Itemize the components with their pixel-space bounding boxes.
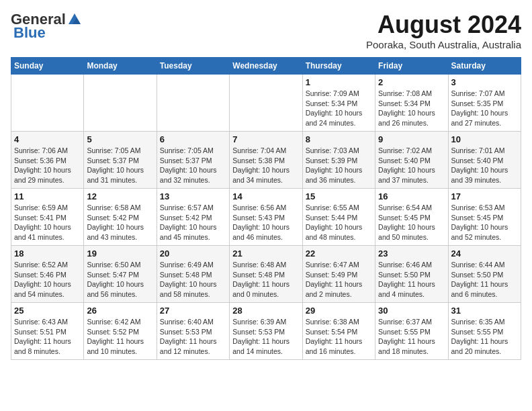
day-info: Sunrise: 6:35 AM Sunset: 5:55 PM Dayligh… (451, 317, 518, 357)
day-info: Sunrise: 6:42 AM Sunset: 5:52 PM Dayligh… (87, 317, 153, 357)
day-info: Sunrise: 7:08 AM Sunset: 5:34 PM Dayligh… (378, 89, 445, 128)
day-info: Sunrise: 6:52 AM Sunset: 5:46 PM Dayligh… (14, 260, 81, 300)
calendar-cell-w1-d6: 2Sunrise: 7:08 AM Sunset: 5:34 PM Daylig… (375, 75, 448, 132)
calendar-cell-w3-d2: 12Sunrise: 6:58 AM Sunset: 5:42 PM Dayli… (84, 189, 157, 246)
calendar-cell-w5-d5: 29Sunrise: 6:38 AM Sunset: 5:54 PM Dayli… (302, 303, 375, 360)
day-number: 17 (451, 191, 518, 201)
logo-blue: Blue (13, 24, 46, 42)
calendar-cell-w1-d3 (157, 75, 229, 132)
calendar-cell-w4-d6: 23Sunrise: 6:46 AM Sunset: 5:50 PM Dayli… (375, 246, 448, 303)
day-number: 29 (306, 306, 372, 316)
title-section: August 2024 Pooraka, South Australia, Au… (366, 11, 521, 50)
header-thursday: Thursday (302, 58, 375, 75)
day-info: Sunrise: 6:37 AM Sunset: 5:55 PM Dayligh… (378, 317, 445, 357)
day-info: Sunrise: 7:04 AM Sunset: 5:38 PM Dayligh… (232, 146, 299, 185)
day-number: 30 (378, 306, 445, 316)
day-info: Sunrise: 6:40 AM Sunset: 5:53 PM Dayligh… (160, 317, 226, 357)
calendar-cell-w2-d3: 6Sunrise: 7:05 AM Sunset: 5:37 PM Daylig… (157, 132, 229, 189)
calendar-cell-w4-d4: 21Sunrise: 6:48 AM Sunset: 5:48 PM Dayli… (230, 246, 302, 303)
day-info: Sunrise: 7:02 AM Sunset: 5:40 PM Dayligh… (378, 146, 445, 185)
day-number: 3 (451, 77, 518, 87)
day-number: 15 (306, 191, 372, 201)
header-saturday: Saturday (448, 58, 521, 75)
day-info: Sunrise: 7:05 AM Sunset: 5:37 PM Dayligh… (160, 146, 226, 185)
day-number: 6 (160, 134, 226, 144)
day-info: Sunrise: 6:47 AM Sunset: 5:49 PM Dayligh… (306, 260, 372, 300)
header-wednesday: Wednesday (230, 58, 302, 75)
calendar-cell-w5-d2: 26Sunrise: 6:42 AM Sunset: 5:52 PM Dayli… (84, 303, 157, 360)
day-info: Sunrise: 6:58 AM Sunset: 5:42 PM Dayligh… (87, 203, 153, 242)
calendar-cell-w2-d6: 9Sunrise: 7:02 AM Sunset: 5:40 PM Daylig… (375, 132, 448, 189)
calendar-cell-w2-d1: 4Sunrise: 7:06 AM Sunset: 5:36 PM Daylig… (11, 132, 84, 189)
day-info: Sunrise: 6:43 AM Sunset: 5:51 PM Dayligh… (14, 317, 81, 357)
calendar-cell-w2-d2: 5Sunrise: 7:05 AM Sunset: 5:37 PM Daylig… (84, 132, 157, 189)
day-number: 10 (451, 134, 518, 144)
day-info: Sunrise: 6:53 AM Sunset: 5:45 PM Dayligh… (451, 203, 518, 242)
day-info: Sunrise: 6:48 AM Sunset: 5:48 PM Dayligh… (232, 260, 299, 300)
day-number: 11 (14, 191, 81, 201)
calendar-cell-w3-d6: 16Sunrise: 6:54 AM Sunset: 5:45 PM Dayli… (375, 189, 448, 246)
day-number: 20 (160, 248, 226, 259)
day-number: 31 (451, 306, 518, 316)
calendar-cell-w2-d7: 10Sunrise: 7:01 AM Sunset: 5:40 PM Dayli… (448, 132, 521, 189)
day-number: 21 (232, 248, 299, 259)
calendar-cell-w3-d3: 13Sunrise: 6:57 AM Sunset: 5:42 PM Dayli… (157, 189, 229, 246)
calendar-cell-w3-d7: 17Sunrise: 6:53 AM Sunset: 5:45 PM Dayli… (448, 189, 521, 246)
day-number: 23 (378, 248, 445, 259)
day-info: Sunrise: 6:59 AM Sunset: 5:41 PM Dayligh… (14, 203, 81, 242)
page-header: General Blue August 2024 Pooraka, South … (11, 11, 521, 50)
day-number: 27 (160, 306, 226, 316)
day-number: 19 (87, 248, 153, 259)
header-tuesday: Tuesday (157, 58, 229, 75)
calendar-cell-w4-d3: 20Sunrise: 6:49 AM Sunset: 5:48 PM Dayli… (157, 246, 229, 303)
calendar-cell-w2-d4: 7Sunrise: 7:04 AM Sunset: 5:38 PM Daylig… (230, 132, 302, 189)
calendar-week-1: 1Sunrise: 7:09 AM Sunset: 5:34 PM Daylig… (11, 75, 521, 132)
calendar-cell-w3-d1: 11Sunrise: 6:59 AM Sunset: 5:41 PM Dayli… (11, 189, 84, 246)
calendar-table: Sunday Monday Tuesday Wednesday Thursday… (11, 57, 521, 360)
calendar-cell-w4-d7: 24Sunrise: 6:44 AM Sunset: 5:50 PM Dayli… (448, 246, 521, 303)
day-info: Sunrise: 6:50 AM Sunset: 5:47 PM Dayligh… (87, 260, 153, 300)
day-info: Sunrise: 7:06 AM Sunset: 5:36 PM Dayligh… (14, 146, 81, 185)
day-info: Sunrise: 6:57 AM Sunset: 5:42 PM Dayligh… (160, 203, 226, 242)
day-number: 13 (160, 191, 226, 201)
day-number: 22 (306, 248, 372, 259)
calendar-cell-w3-d5: 15Sunrise: 6:55 AM Sunset: 5:44 PM Dayli… (302, 189, 375, 246)
header-monday: Monday (84, 58, 157, 75)
day-number: 26 (87, 306, 153, 316)
calendar-header-row: Sunday Monday Tuesday Wednesday Thursday… (11, 58, 521, 75)
calendar-cell-w1-d2 (84, 75, 157, 132)
day-info: Sunrise: 6:55 AM Sunset: 5:44 PM Dayligh… (306, 203, 372, 242)
calendar-cell-w4-d1: 18Sunrise: 6:52 AM Sunset: 5:46 PM Dayli… (11, 246, 84, 303)
calendar-week-5: 25Sunrise: 6:43 AM Sunset: 5:51 PM Dayli… (11, 303, 521, 360)
day-info: Sunrise: 7:01 AM Sunset: 5:40 PM Dayligh… (451, 146, 518, 185)
calendar-cell-w1-d7: 3Sunrise: 7:07 AM Sunset: 5:35 PM Daylig… (448, 75, 521, 132)
day-number: 2 (378, 77, 445, 87)
day-number: 25 (14, 306, 81, 316)
day-info: Sunrise: 6:56 AM Sunset: 5:43 PM Dayligh… (232, 203, 299, 242)
day-info: Sunrise: 6:38 AM Sunset: 5:54 PM Dayligh… (306, 317, 372, 357)
calendar-week-2: 4Sunrise: 7:06 AM Sunset: 5:36 PM Daylig… (11, 132, 521, 189)
month-year-title: August 2024 (366, 11, 521, 39)
header-sunday: Sunday (11, 58, 84, 75)
day-number: 4 (14, 134, 81, 144)
calendar-cell-w5-d1: 25Sunrise: 6:43 AM Sunset: 5:51 PM Dayli… (11, 303, 84, 360)
logo: General Blue (11, 11, 82, 42)
day-number: 9 (378, 134, 445, 144)
day-info: Sunrise: 7:03 AM Sunset: 5:39 PM Dayligh… (306, 146, 372, 185)
day-number: 12 (87, 191, 153, 201)
day-info: Sunrise: 7:07 AM Sunset: 5:35 PM Dayligh… (451, 89, 518, 128)
day-number: 1 (306, 77, 372, 87)
day-number: 16 (378, 191, 445, 201)
calendar-cell-w4-d5: 22Sunrise: 6:47 AM Sunset: 5:49 PM Dayli… (302, 246, 375, 303)
day-info: Sunrise: 6:44 AM Sunset: 5:50 PM Dayligh… (451, 260, 518, 300)
calendar-cell-w1-d4 (230, 75, 302, 132)
calendar-cell-w2-d5: 8Sunrise: 7:03 AM Sunset: 5:39 PM Daylig… (302, 132, 375, 189)
calendar-cell-w5-d6: 30Sunrise: 6:37 AM Sunset: 5:55 PM Dayli… (375, 303, 448, 360)
day-info: Sunrise: 7:05 AM Sunset: 5:37 PM Dayligh… (87, 146, 153, 185)
calendar-cell-w5-d4: 28Sunrise: 6:39 AM Sunset: 5:53 PM Dayli… (230, 303, 302, 360)
day-info: Sunrise: 7:09 AM Sunset: 5:34 PM Dayligh… (306, 89, 372, 128)
calendar-week-4: 18Sunrise: 6:52 AM Sunset: 5:46 PM Dayli… (11, 246, 521, 303)
day-number: 8 (306, 134, 372, 144)
day-info: Sunrise: 6:39 AM Sunset: 5:53 PM Dayligh… (232, 317, 299, 357)
day-info: Sunrise: 6:46 AM Sunset: 5:50 PM Dayligh… (378, 260, 445, 300)
